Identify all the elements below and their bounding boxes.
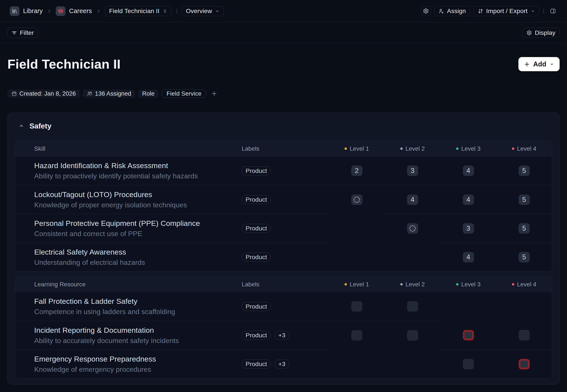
section-title: Safety bbox=[29, 122, 51, 130]
skill-row[interactable]: Personal Protective Equipment (PPE) Comp… bbox=[15, 214, 552, 243]
level-2-dot-icon bbox=[400, 283, 403, 285]
level-4-cell[interactable]: 5 bbox=[496, 214, 552, 243]
level-1-cell[interactable] bbox=[329, 214, 385, 243]
view-selector[interactable]: Overview bbox=[182, 6, 224, 16]
level-1-column-header: Level 1 bbox=[329, 281, 385, 288]
calendar-icon bbox=[11, 91, 17, 97]
level-value-badge: 5 bbox=[519, 223, 530, 234]
labels-column-header: Labels bbox=[242, 281, 329, 288]
label-chip[interactable]: Product bbox=[242, 195, 271, 204]
skill-row[interactable]: Hazard Identification & Risk Assessment … bbox=[15, 156, 552, 185]
collapse-section-button[interactable] bbox=[18, 123, 24, 129]
level-3-dot-icon bbox=[456, 283, 458, 285]
level-3-cell[interactable]: 4 bbox=[440, 185, 496, 214]
level-4-cell[interactable]: 5 bbox=[496, 243, 552, 271]
add-button[interactable]: Add bbox=[518, 57, 560, 71]
label-chip[interactable]: Product bbox=[242, 331, 271, 340]
level-1-cell[interactable]: 2 bbox=[329, 156, 385, 185]
level-1-cell[interactable] bbox=[329, 292, 385, 321]
skill-cell: Electrical Safety Awareness Understandin… bbox=[15, 243, 242, 271]
level-3-dot-icon bbox=[456, 147, 458, 150]
meta-chips: Created: Jan 8, 2026 136 Assigned Role F… bbox=[7, 89, 560, 98]
skill-row[interactable]: Electrical Safety Awareness Understandin… bbox=[15, 243, 552, 271]
level-1-cell[interactable] bbox=[329, 243, 385, 271]
toggle-side-panel-button[interactable] bbox=[548, 6, 558, 16]
level-2-cell[interactable] bbox=[385, 243, 440, 271]
level-3-cell[interactable] bbox=[440, 321, 496, 350]
level-1-column-header: Level 1 bbox=[329, 145, 385, 152]
settings-button[interactable] bbox=[421, 6, 431, 16]
level-2-cell[interactable] bbox=[385, 292, 440, 321]
chevron-right-icon bbox=[96, 9, 101, 14]
type-chip: Role bbox=[138, 89, 159, 98]
category-tag-chip[interactable]: Field Service bbox=[161, 89, 206, 98]
level-4-cell[interactable] bbox=[496, 292, 552, 321]
level-4-column-header: Level 4 bbox=[496, 281, 552, 288]
label-overflow-chip[interactable]: +3 bbox=[274, 331, 289, 340]
skill-row[interactable]: Lockout/Tagout (LOTO) Procedures Knowled… bbox=[15, 185, 552, 214]
level-3-label: Level 3 bbox=[461, 145, 481, 152]
level-3-cell[interactable] bbox=[440, 350, 496, 378]
breadcrumb-item-careers[interactable]: Careers bbox=[56, 6, 92, 16]
level-value-badge: 4 bbox=[463, 166, 474, 176]
level-3-cell[interactable]: 4 bbox=[440, 243, 496, 271]
label-chip[interactable]: Product bbox=[242, 166, 271, 175]
level-3-label: Level 3 bbox=[461, 281, 481, 288]
level-value-badge: 2 bbox=[351, 166, 362, 176]
level-2-cell[interactable] bbox=[385, 350, 440, 378]
level-3-cell[interactable]: 4 bbox=[440, 156, 496, 185]
label-chip[interactable]: Product bbox=[242, 302, 271, 311]
label-chip[interactable]: Product bbox=[242, 224, 271, 233]
label-chip[interactable]: Product bbox=[242, 360, 271, 368]
level-4-label: Level 4 bbox=[517, 281, 537, 288]
level-2-cell[interactable]: 3 bbox=[385, 156, 440, 185]
skill-description: Knowledge of proper energy isolation tec… bbox=[34, 201, 187, 209]
level-1-cell[interactable] bbox=[329, 350, 385, 378]
label-overflow-chip[interactable]: +3 bbox=[274, 360, 289, 368]
assign-button[interactable]: Assign bbox=[434, 6, 470, 16]
breadcrumb-item-library[interactable]: Library bbox=[10, 6, 43, 16]
level-1-label: Level 1 bbox=[350, 145, 369, 152]
learning-resource-row[interactable]: Incident Reporting & Documentation Abili… bbox=[15, 321, 552, 350]
level-1-cell[interactable] bbox=[329, 185, 385, 214]
display-button-label: Display bbox=[535, 29, 555, 36]
category-tag-label: Field Service bbox=[166, 90, 201, 97]
level-4-cell[interactable] bbox=[496, 350, 552, 378]
main-content: Field Technician II Add Created: Jan 8, … bbox=[0, 57, 567, 385]
resource-slot bbox=[351, 301, 362, 312]
resource-slot bbox=[463, 359, 474, 369]
user-plus-icon bbox=[438, 8, 444, 14]
add-tag-button[interactable] bbox=[211, 90, 218, 97]
learning-resource-row[interactable]: Fall Protection & Ladder Safety Competen… bbox=[15, 292, 552, 321]
top-bar-actions: Assign Import / Export bbox=[421, 6, 558, 16]
level-3-cell[interactable]: 3 bbox=[440, 214, 496, 243]
level-4-cell[interactable]: 5 bbox=[496, 185, 552, 214]
breadcrumb-careers-label: Careers bbox=[69, 7, 92, 14]
level-3-column-header: Level 3 bbox=[440, 145, 496, 152]
level-2-cell[interactable] bbox=[385, 214, 440, 243]
display-button[interactable]: Display bbox=[522, 28, 560, 38]
created-date-chip: Created: Jan 8, 2026 bbox=[7, 89, 80, 98]
level-4-cell[interactable]: 5 bbox=[496, 156, 552, 185]
level-value-badge: 5 bbox=[519, 195, 530, 205]
level-3-cell[interactable] bbox=[440, 292, 496, 321]
resource-slot bbox=[519, 330, 530, 340]
level-1-cell[interactable] bbox=[329, 321, 385, 350]
breadcrumb-library-label: Library bbox=[23, 7, 43, 14]
level-1-dot-icon bbox=[345, 283, 347, 285]
level-4-cell[interactable] bbox=[496, 321, 552, 350]
chevron-up-icon bbox=[18, 123, 24, 129]
entity-selector[interactable]: Field Technician II bbox=[105, 6, 172, 16]
level-2-cell[interactable] bbox=[385, 321, 440, 350]
filter-button[interactable]: Filter bbox=[7, 28, 38, 38]
skill-cell: Emergency Response Preparedness Knowledg… bbox=[15, 350, 242, 378]
label-chip[interactable]: Product bbox=[242, 253, 271, 262]
panel-columns-icon bbox=[550, 8, 556, 14]
level-2-cell[interactable]: 4 bbox=[385, 185, 440, 214]
entity-selector-label: Field Technician II bbox=[109, 7, 160, 14]
labels-column-header: Labels bbox=[242, 145, 329, 152]
import-export-button[interactable]: Import / Export bbox=[474, 6, 539, 16]
learning-resource-row[interactable]: Emergency Response Preparedness Knowledg… bbox=[15, 350, 552, 378]
level-1-dot-icon bbox=[345, 147, 347, 150]
type-chip-label: Role bbox=[142, 90, 155, 97]
